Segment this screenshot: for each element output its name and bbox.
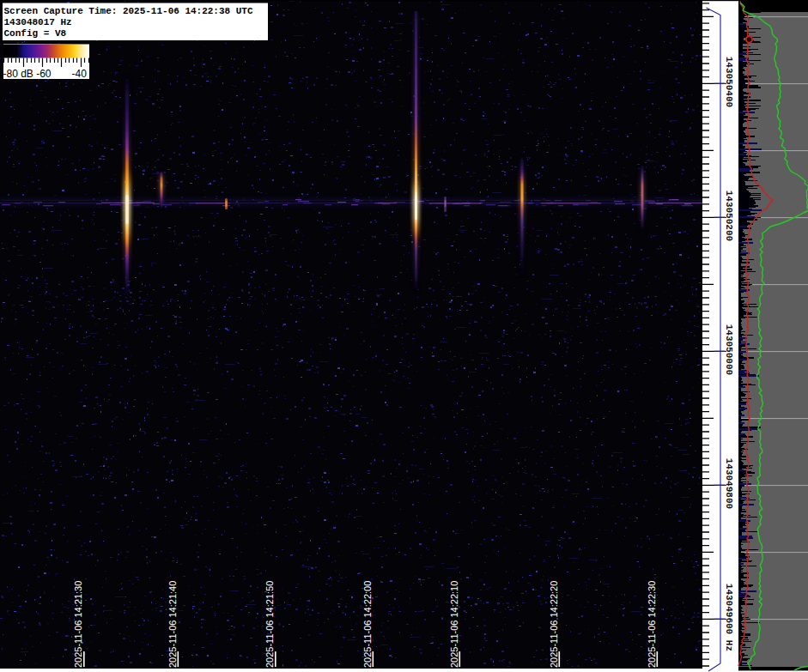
svg-text:143050000: 143050000 <box>724 324 734 375</box>
svg-text:143049600 Hz: 143049600 Hz <box>724 584 734 651</box>
svg-text:-80 dB -60: -80 dB -60 <box>3 68 52 80</box>
svg-text:Config = V8: Config = V8 <box>4 28 67 39</box>
svg-text:2025-11-06 14:22:10: 2025-11-06 14:22:10 <box>449 581 459 668</box>
svg-text:143050200: 143050200 <box>724 191 734 241</box>
svg-text:2025-11-06 14:22:20: 2025-11-06 14:22:20 <box>549 581 559 668</box>
svg-text:2025-11-06 14:21:40: 2025-11-06 14:21:40 <box>167 581 178 668</box>
svg-text:143050400: 143050400 <box>724 57 734 107</box>
svg-text:2025-11-06 14:22:30: 2025-11-06 14:22:30 <box>647 581 657 668</box>
svg-text:-40: -40 <box>72 68 88 80</box>
svg-text:2025-11-06 14:22:00: 2025-11-06 14:22:00 <box>362 581 373 668</box>
svg-text:Screen Capture Time: 2025-11-0: Screen Capture Time: 2025-11-06 14:22:38… <box>4 6 253 16</box>
svg-text:2025-11-06 14:21:30: 2025-11-06 14:21:30 <box>73 581 83 668</box>
svg-text:143048017 Hz: 143048017 Hz <box>4 17 72 27</box>
svg-text:2025-11-06 14:21:50: 2025-11-06 14:21:50 <box>264 581 275 668</box>
svg-text:143049800: 143049800 <box>724 458 734 509</box>
